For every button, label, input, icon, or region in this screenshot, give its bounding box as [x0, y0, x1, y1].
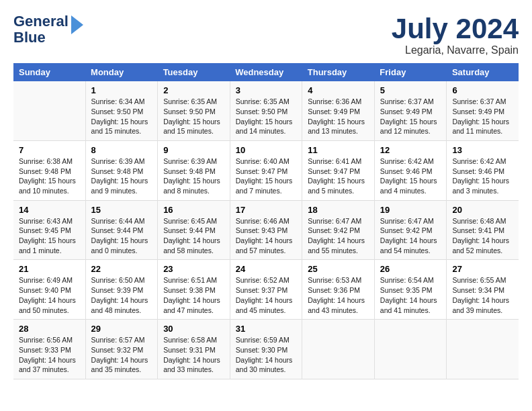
header-day-sunday: Sunday	[13, 63, 85, 81]
day-number: 25	[308, 264, 369, 274]
calendar-cell: 8Sunrise: 6:39 AMSunset: 9:48 PMDaylight…	[85, 140, 158, 200]
cell-content: Sunrise: 6:57 AMSunset: 9:32 PMDaylight:…	[91, 335, 152, 375]
calendar-cell: 20Sunrise: 6:48 AMSunset: 9:41 PMDayligh…	[447, 200, 519, 260]
cell-content: Sunrise: 6:44 AMSunset: 9:44 PMDaylight:…	[91, 216, 152, 256]
calendar-cell: 23Sunrise: 6:51 AMSunset: 9:38 PMDayligh…	[158, 260, 230, 320]
day-number: 15	[91, 205, 152, 215]
cell-content: Sunrise: 6:41 AMSunset: 9:47 PMDaylight:…	[308, 156, 369, 196]
calendar-cell: 2Sunrise: 6:35 AMSunset: 9:50 PMDaylight…	[158, 81, 230, 140]
calendar-table: SundayMondayTuesdayWednesdayThursdayFrid…	[13, 63, 519, 379]
week-row-1: 1Sunrise: 6:34 AMSunset: 9:50 PMDaylight…	[13, 81, 519, 140]
day-number: 11	[308, 145, 369, 155]
calendar-cell: 4Sunrise: 6:36 AMSunset: 9:49 PMDaylight…	[302, 81, 375, 140]
day-number: 29	[91, 324, 152, 334]
calendar-cell	[302, 320, 375, 379]
cell-content: Sunrise: 6:37 AMSunset: 9:49 PMDaylight:…	[452, 97, 513, 136]
cell-content: Sunrise: 6:35 AMSunset: 9:50 PMDaylight:…	[236, 97, 297, 136]
cell-content: Sunrise: 6:39 AMSunset: 9:48 PMDaylight:…	[91, 156, 152, 196]
day-number: 14	[19, 205, 80, 215]
calendar-cell: 17Sunrise: 6:46 AMSunset: 9:43 PMDayligh…	[230, 200, 302, 260]
day-number: 18	[308, 205, 369, 215]
cell-content: Sunrise: 6:34 AMSunset: 9:50 PMDaylight:…	[91, 97, 152, 136]
calendar-cell: 11Sunrise: 6:41 AMSunset: 9:47 PMDayligh…	[302, 140, 375, 200]
cell-content: Sunrise: 6:42 AMSunset: 9:46 PMDaylight:…	[380, 156, 441, 196]
calendar-cell: 21Sunrise: 6:49 AMSunset: 9:40 PMDayligh…	[13, 260, 85, 320]
calendar-cell: 5Sunrise: 6:37 AMSunset: 9:49 PMDaylight…	[374, 81, 447, 140]
calendar-cell: 30Sunrise: 6:58 AMSunset: 9:31 PMDayligh…	[158, 320, 230, 379]
logo-text: General Blue	[13, 13, 83, 46]
day-number: 20	[452, 205, 513, 215]
cell-content: Sunrise: 6:39 AMSunset: 9:48 PMDaylight:…	[163, 156, 224, 196]
day-number: 3	[236, 85, 297, 95]
header-day-thursday: Thursday	[302, 63, 375, 81]
day-number: 1	[91, 85, 152, 95]
day-number: 27	[452, 264, 513, 274]
day-number: 31	[236, 324, 297, 334]
day-number: 19	[380, 205, 441, 215]
week-row-5: 28Sunrise: 6:56 AMSunset: 9:33 PMDayligh…	[13, 320, 519, 379]
calendar-cell: 13Sunrise: 6:42 AMSunset: 9:46 PMDayligh…	[447, 140, 519, 200]
cell-content: Sunrise: 6:35 AMSunset: 9:50 PMDaylight:…	[163, 97, 224, 136]
cell-content: Sunrise: 6:47 AMSunset: 9:42 PMDaylight:…	[380, 216, 441, 256]
cell-content: Sunrise: 6:51 AMSunset: 9:38 PMDaylight:…	[163, 275, 224, 315]
cell-content: Sunrise: 6:45 AMSunset: 9:44 PMDaylight:…	[163, 216, 224, 256]
cell-content: Sunrise: 6:55 AMSunset: 9:34 PMDaylight:…	[452, 275, 513, 315]
page-header: General Blue July 2024 Legaria, Navarre,…	[13, 13, 519, 56]
calendar-cell: 3Sunrise: 6:35 AMSunset: 9:50 PMDaylight…	[230, 81, 302, 140]
calendar-cell: 22Sunrise: 6:50 AMSunset: 9:39 PMDayligh…	[85, 260, 158, 320]
logo: General Blue	[13, 13, 83, 46]
day-number: 10	[236, 145, 297, 155]
header-day-tuesday: Tuesday	[158, 63, 230, 81]
header-day-wednesday: Wednesday	[230, 63, 302, 81]
logo-line2: Blue	[13, 29, 46, 46]
day-number: 6	[452, 85, 513, 95]
calendar-cell: 7Sunrise: 6:38 AMSunset: 9:48 PMDaylight…	[13, 140, 85, 200]
cell-content: Sunrise: 6:54 AMSunset: 9:35 PMDaylight:…	[380, 275, 441, 315]
cell-content: Sunrise: 6:36 AMSunset: 9:49 PMDaylight:…	[308, 97, 369, 136]
day-number: 17	[236, 205, 297, 215]
cell-content: Sunrise: 6:47 AMSunset: 9:42 PMDaylight:…	[308, 216, 369, 256]
calendar-cell	[374, 320, 447, 379]
cell-content: Sunrise: 6:49 AMSunset: 9:40 PMDaylight:…	[19, 275, 80, 315]
calendar-header-row: SundayMondayTuesdayWednesdayThursdayFrid…	[13, 63, 519, 81]
cell-content: Sunrise: 6:58 AMSunset: 9:31 PMDaylight:…	[163, 335, 224, 375]
day-number: 26	[380, 264, 441, 274]
calendar-cell: 29Sunrise: 6:57 AMSunset: 9:32 PMDayligh…	[85, 320, 158, 379]
day-number: 2	[163, 85, 224, 95]
calendar-cell: 16Sunrise: 6:45 AMSunset: 9:44 PMDayligh…	[158, 200, 230, 260]
main-title: July 2024	[392, 13, 519, 44]
day-number: 7	[19, 145, 80, 155]
cell-content: Sunrise: 6:50 AMSunset: 9:39 PMDaylight:…	[91, 275, 152, 315]
logo-line1: General	[13, 13, 69, 30]
cell-content: Sunrise: 6:59 AMSunset: 9:30 PMDaylight:…	[236, 335, 297, 375]
calendar-cell: 15Sunrise: 6:44 AMSunset: 9:44 PMDayligh…	[85, 200, 158, 260]
calendar-cell: 9Sunrise: 6:39 AMSunset: 9:48 PMDaylight…	[158, 140, 230, 200]
logo-arrow-icon	[71, 15, 83, 37]
cell-content: Sunrise: 6:56 AMSunset: 9:33 PMDaylight:…	[19, 335, 80, 375]
calendar-cell: 24Sunrise: 6:52 AMSunset: 9:37 PMDayligh…	[230, 260, 302, 320]
calendar-cell: 1Sunrise: 6:34 AMSunset: 9:50 PMDaylight…	[85, 81, 158, 140]
cell-content: Sunrise: 6:43 AMSunset: 9:45 PMDaylight:…	[19, 216, 80, 256]
week-row-2: 7Sunrise: 6:38 AMSunset: 9:48 PMDaylight…	[13, 140, 519, 200]
cell-content: Sunrise: 6:48 AMSunset: 9:41 PMDaylight:…	[452, 216, 513, 256]
calendar-cell: 18Sunrise: 6:47 AMSunset: 9:42 PMDayligh…	[302, 200, 375, 260]
header-day-friday: Friday	[374, 63, 447, 81]
day-number: 5	[380, 85, 441, 95]
calendar-cell: 27Sunrise: 6:55 AMSunset: 9:34 PMDayligh…	[447, 260, 519, 320]
day-number: 8	[91, 145, 152, 155]
day-number: 23	[163, 264, 224, 274]
day-number: 24	[236, 264, 297, 274]
calendar-cell: 10Sunrise: 6:40 AMSunset: 9:47 PMDayligh…	[230, 140, 302, 200]
cell-content: Sunrise: 6:38 AMSunset: 9:48 PMDaylight:…	[19, 156, 80, 196]
day-number: 9	[163, 145, 224, 155]
day-number: 21	[19, 264, 80, 274]
calendar-cell: 25Sunrise: 6:53 AMSunset: 9:36 PMDayligh…	[302, 260, 375, 320]
day-number: 12	[380, 145, 441, 155]
week-row-4: 21Sunrise: 6:49 AMSunset: 9:40 PMDayligh…	[13, 260, 519, 320]
calendar-cell: 31Sunrise: 6:59 AMSunset: 9:30 PMDayligh…	[230, 320, 302, 379]
header-day-saturday: Saturday	[447, 63, 519, 81]
subtitle: Legaria, Navarre, Spain	[392, 44, 519, 56]
calendar-cell: 19Sunrise: 6:47 AMSunset: 9:42 PMDayligh…	[374, 200, 447, 260]
calendar-cell: 14Sunrise: 6:43 AMSunset: 9:45 PMDayligh…	[13, 200, 85, 260]
cell-content: Sunrise: 6:53 AMSunset: 9:36 PMDaylight:…	[308, 275, 369, 315]
